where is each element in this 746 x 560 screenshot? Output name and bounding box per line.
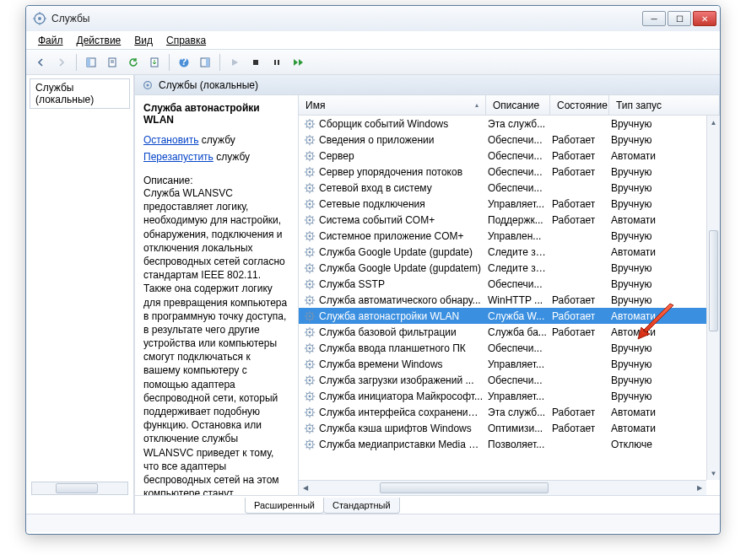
show-hide-tree-button[interactable] <box>82 53 100 72</box>
svg-line-167 <box>306 344 307 345</box>
col-startup[interactable]: Тип запус <box>609 95 720 115</box>
service-row[interactable]: Служба Google Update (gupdate)Следите за… <box>299 244 720 260</box>
svg-line-59 <box>306 175 307 175</box>
forward-button[interactable] <box>52 53 71 72</box>
scroll-down-button[interactable]: ▼ <box>707 466 720 480</box>
col-description[interactable]: Описание <box>486 95 550 115</box>
refresh-button[interactable] <box>124 53 143 72</box>
scroll-up-button[interactable]: ▲ <box>707 116 720 129</box>
svg-point-182 <box>309 379 311 381</box>
service-startup-cell: Вручную <box>611 294 662 306</box>
v-scroll-thumb[interactable] <box>709 230 718 331</box>
restart-service-link[interactable]: Перезапустить <box>143 151 214 163</box>
service-row[interactable]: Служба Google Update (gupdatem)Следите з… <box>299 260 720 276</box>
svg-point-92 <box>309 234 311 237</box>
close-button[interactable]: ✕ <box>693 11 716 26</box>
service-row[interactable]: Служба базовой фильтрацииСлужба ба...Раб… <box>299 324 720 340</box>
service-desc-cell: Управляет... <box>488 358 552 370</box>
horizontal-scrollbar[interactable]: ◀ ▶ <box>299 480 706 495</box>
svg-line-160 <box>312 328 313 329</box>
tab-extended[interactable]: Расширенный <box>245 498 324 514</box>
col-status[interactable]: Состояние <box>550 95 609 115</box>
svg-line-179 <box>306 367 307 368</box>
service-row[interactable]: Служба медиаприставки Media C...Позволяе… <box>299 436 720 452</box>
service-row[interactable]: Система событий COM+Поддержк...РаботаетА… <box>299 212 720 228</box>
svg-line-130 <box>312 280 313 281</box>
svg-line-120 <box>312 264 313 265</box>
show-hide-action-pane-button[interactable] <box>196 53 214 72</box>
stop-service-button[interactable] <box>246 53 265 72</box>
tab-standard[interactable]: Стандартный <box>323 498 400 514</box>
svg-line-60 <box>312 168 313 169</box>
minimize-button[interactable]: ─ <box>642 11 666 26</box>
svg-line-230 <box>312 440 313 441</box>
console-tree-pane: Службы (локальные) <box>26 75 134 514</box>
export-list-button[interactable] <box>145 53 164 72</box>
service-name-cell: Система событий COM+ <box>319 214 488 226</box>
service-name-cell: Системное приложение COM+ <box>319 230 488 242</box>
service-row[interactable]: Служба автоматического обнару...WinHTTP … <box>299 292 720 308</box>
col-name[interactable]: Имя <box>299 95 486 115</box>
back-button[interactable] <box>31 53 50 72</box>
titlebar[interactable]: Службы ─ ☐ ✕ <box>26 6 720 31</box>
menu-file[interactable]: Файл <box>31 33 70 48</box>
service-row[interactable]: Служба кэша шрифтов WindowsОптимизи...Ра… <box>299 420 720 436</box>
menu-action[interactable]: Действие <box>70 33 128 48</box>
svg-line-78 <box>312 207 313 207</box>
svg-line-29 <box>306 127 307 127</box>
svg-line-69 <box>306 191 307 191</box>
help-button[interactable]: ? <box>175 53 193 72</box>
tree-node-services-local[interactable]: Службы (локальные) <box>30 78 130 109</box>
scroll-left-button[interactable]: ◀ <box>299 484 312 492</box>
svg-line-117 <box>306 264 307 265</box>
service-row[interactable]: Сборщик событий WindowsЭта служб...Вручн… <box>299 116 720 132</box>
left-pane-scrollbar[interactable] <box>31 482 128 495</box>
start-service-button[interactable] <box>225 53 244 72</box>
service-row[interactable]: Сетевые подключенияУправляет...РаботаетВ… <box>299 196 720 212</box>
svg-line-138 <box>312 303 313 304</box>
properties-button[interactable] <box>103 53 122 72</box>
service-startup-cell: Отключе <box>611 439 662 450</box>
service-row[interactable]: Служба ввода планшетного ПКОбеспечи...Вр… <box>299 340 720 356</box>
pause-service-button[interactable] <box>268 53 286 72</box>
restart-service-button[interactable] <box>289 53 307 72</box>
svg-line-219 <box>306 431 307 432</box>
svg-line-158 <box>312 335 313 336</box>
v-scroll-track[interactable] <box>707 129 720 466</box>
svg-line-168 <box>312 351 313 352</box>
svg-line-198 <box>312 399 313 400</box>
svg-point-142 <box>309 315 311 317</box>
service-status-cell: Работает <box>552 214 611 226</box>
maximize-button[interactable]: ☐ <box>668 11 691 26</box>
service-row[interactable]: Служба инициатора Майкрософт...Управляет… <box>299 388 720 404</box>
svg-point-192 <box>309 395 311 397</box>
svg-rect-15 <box>206 58 209 67</box>
vertical-scrollbar[interactable]: ▲ ▼ <box>706 116 720 480</box>
service-row[interactable]: Сведения о приложенииОбеспечи...Работает… <box>299 132 720 148</box>
service-row[interactable]: Сервер упорядочения потоковОбеспечи...Ра… <box>299 164 720 180</box>
service-row[interactable]: Служба автонастройки WLANСлужба W...Рабо… <box>299 308 720 324</box>
menu-view[interactable]: Вид <box>127 33 159 48</box>
service-startup-cell: Автомати <box>611 214 662 226</box>
svg-point-132 <box>309 299 311 301</box>
h-scroll-thumb[interactable] <box>380 482 549 493</box>
h-scroll-track[interactable] <box>312 481 693 495</box>
service-name-cell: Служба кэша шрифтов Windows <box>319 423 488 434</box>
svg-line-77 <box>306 200 307 201</box>
service-row[interactable]: Служба времени WindowsУправляет...Вручну… <box>299 356 720 372</box>
service-row[interactable]: Сетевой вход в системуОбеспечи...Вручную <box>299 180 720 196</box>
service-row[interactable]: Системное приложение COM+Управлен...Вруч… <box>299 228 720 244</box>
service-row[interactable]: Служба загрузки изображений ...Обеспечи.… <box>299 372 720 388</box>
svg-line-100 <box>312 232 313 233</box>
stop-service-link[interactable]: Остановить <box>143 134 199 146</box>
service-row[interactable]: СерверОбеспечи...РаботаетАвтомати <box>299 148 720 164</box>
svg-line-200 <box>312 392 313 393</box>
service-startup-cell: Вручную <box>611 182 662 194</box>
service-row[interactable]: Служба SSTPОбеспечи...Вручную <box>299 276 720 292</box>
menu-help[interactable]: Справка <box>159 33 213 48</box>
window-title: Службы <box>51 13 642 24</box>
grid-body[interactable]: Сборщик событий WindowsЭта служб...Вручн… <box>299 116 720 492</box>
service-row[interactable]: Служба интерфейса сохранения ...Эта служ… <box>299 404 720 420</box>
scroll-right-button[interactable]: ▶ <box>693 484 706 492</box>
service-desc-cell: WinHTTP ... <box>488 294 552 306</box>
